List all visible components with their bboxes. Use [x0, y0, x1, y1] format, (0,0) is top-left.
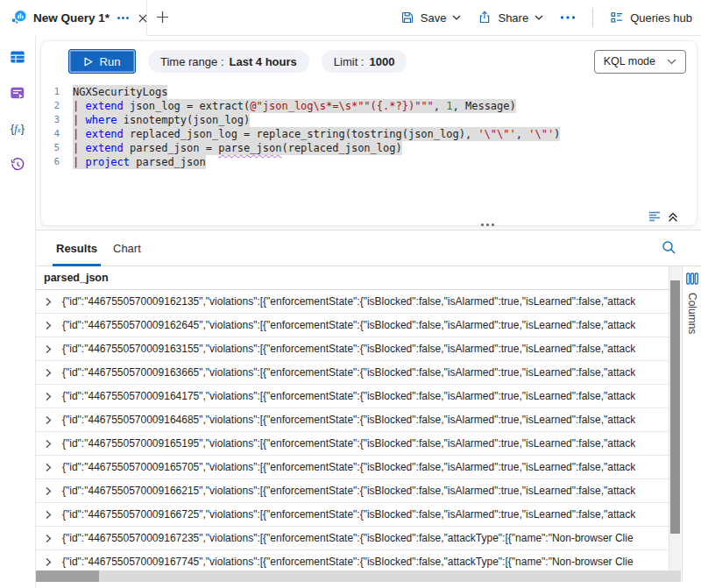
- functions-nav-button[interactable]: {fx}: [6, 117, 29, 140]
- more-options-button[interactable]: [560, 15, 576, 20]
- table-row[interactable]: {"id":"4467550570009167745","violations"…: [36, 550, 669, 570]
- queries-hub-label: Queries hub: [630, 11, 692, 25]
- grid-column-header[interactable]: parsed_json: [36, 266, 669, 290]
- row-json-text: {"id":"4467550570009163665","violations"…: [62, 366, 635, 379]
- table-row[interactable]: {"id":"4467550570009166725","violations"…: [36, 503, 669, 527]
- table-row[interactable]: {"id":"4467550570009164685","violations"…: [36, 408, 669, 432]
- saved-queries-icon: [10, 85, 25, 101]
- chevron-down-icon: [535, 15, 543, 20]
- limit-picker[interactable]: Limit : 1000: [322, 50, 407, 73]
- limit-label: Limit :: [334, 55, 365, 68]
- table-row[interactable]: {"id":"4467550570009164175","violations"…: [36, 385, 669, 408]
- row-json-text: {"id":"4467550570009162645","violations"…: [62, 319, 635, 331]
- queries-hub-icon: [610, 11, 624, 25]
- code-token: |: [73, 100, 85, 112]
- query-toolbar: Run Time range : Last 4 hours Limit : 10…: [68, 49, 686, 74]
- adx-app-icon: [11, 10, 27, 26]
- code-token: extend: [85, 100, 123, 112]
- expand-row-icon[interactable]: [45, 486, 53, 496]
- save-icon: [400, 11, 414, 25]
- code-token: json_log = extract(: [124, 100, 251, 112]
- table-row[interactable]: {"id":"4467550570009166215","violations"…: [36, 479, 669, 503]
- vertical-scrollbar[interactable]: [669, 266, 681, 570]
- code-line: 5 | extend parsed_json = parse_json(repl…: [41, 141, 693, 155]
- save-button[interactable]: Save: [400, 11, 462, 25]
- expand-row-icon[interactable]: [45, 557, 53, 567]
- code-line: 3 | where isnotempty(json_log): [41, 113, 693, 127]
- tab-close-icon[interactable]: [138, 14, 147, 23]
- results-grid: {"id":"4467550570009162135","violations"…: [36, 290, 669, 570]
- query-mode-value: KQL mode: [604, 55, 655, 67]
- columns-panel-label[interactable]: Columns: [686, 293, 698, 334]
- expand-row-icon[interactable]: [45, 439, 53, 449]
- row-json-text: {"id":"4467550570009164685","violations"…: [62, 414, 635, 426]
- code-token: isnotempty(json_log): [117, 114, 251, 126]
- queries-hub-button[interactable]: Queries hub: [610, 11, 692, 25]
- code-token: ,: [434, 100, 446, 112]
- table-row[interactable]: {"id":"4467550570009163155","violations"…: [36, 337, 669, 361]
- line-number: 2: [41, 99, 73, 113]
- expand-row-icon[interactable]: [45, 321, 53, 330]
- query-mode-select[interactable]: KQL mode: [594, 50, 686, 74]
- table-row[interactable]: {"id":"4467550570009163665","violations"…: [36, 361, 669, 385]
- horizontal-scrollbar[interactable]: [36, 570, 681, 582]
- header-actions: Save Share: [400, 0, 692, 35]
- line-number: 5: [41, 141, 73, 155]
- code-text: NGXSecurityLogs: [73, 85, 167, 99]
- function-icon: {fx}: [11, 122, 25, 136]
- code-token: (replaced_json_log): [281, 142, 401, 154]
- expand-row-icon[interactable]: [45, 368, 53, 378]
- run-button[interactable]: Run: [68, 49, 136, 74]
- row-json-text: {"id":"4467550570009164175","violations"…: [62, 390, 635, 402]
- splitter-handle-icon[interactable]: [481, 223, 494, 226]
- horizontal-scrollbar-thumb[interactable]: [36, 570, 99, 582]
- columns-icon: [686, 273, 698, 285]
- code-token: project: [85, 156, 130, 168]
- table-icon: [10, 49, 25, 65]
- code-text: | extend replaced_json_log = replace_str…: [73, 127, 560, 141]
- expand-row-icon[interactable]: [45, 534, 53, 543]
- search-icon: [662, 240, 676, 255]
- expand-row-icon[interactable]: [45, 415, 53, 425]
- vertical-scrollbar-thumb[interactable]: [670, 280, 680, 534]
- new-tab-button[interactable]: [156, 11, 169, 24]
- row-json-text: {"id":"4467550570009167235","violations"…: [62, 532, 634, 544]
- query-format-button[interactable]: [648, 211, 662, 223]
- tables-nav-button[interactable]: [6, 46, 29, 68]
- history-nav-button[interactable]: [6, 153, 29, 176]
- expand-row-icon[interactable]: [45, 344, 53, 354]
- row-json-text: {"id":"4467550570009162135","violations"…: [62, 295, 635, 308]
- time-range-picker[interactable]: Time range : Last 4 hours: [148, 50, 309, 73]
- columns-toggle-button[interactable]: [686, 273, 698, 285]
- table-row[interactable]: {"id":"4467550570009167235","violations"…: [36, 527, 669, 550]
- expand-row-icon[interactable]: [45, 297, 53, 307]
- tab-more-icon[interactable]: [117, 17, 129, 19]
- app-window: New Query 1* Save: [0, 0, 701, 588]
- code-token: |: [73, 114, 85, 126]
- time-range-value: Last 4 hours: [230, 55, 297, 68]
- code-token: @"json_log\s*=\s*""({.*?})""": [250, 100, 434, 112]
- table-row[interactable]: {"id":"4467550570009165705","violations"…: [36, 456, 669, 479]
- tab-results[interactable]: Results: [53, 230, 101, 266]
- table-row[interactable]: {"id":"4467550570009162645","violations"…: [36, 314, 669, 337]
- code-token: NGXSecurityLogs: [73, 86, 167, 98]
- code-text: | project parsed_json: [73, 155, 206, 169]
- query-tab[interactable]: New Query 1*: [0, 0, 147, 36]
- search-results-button[interactable]: [662, 240, 676, 255]
- tab-chart[interactable]: Chart: [110, 230, 145, 266]
- collapse-editor-button[interactable]: [668, 212, 678, 223]
- left-sidebar: {fx}: [0, 36, 36, 588]
- expand-row-icon[interactable]: [45, 463, 53, 472]
- code-token: extend: [85, 128, 123, 140]
- share-button[interactable]: Share: [478, 11, 543, 25]
- expand-row-icon[interactable]: [45, 510, 53, 520]
- history-clock-icon: [10, 157, 25, 173]
- expand-row-icon[interactable]: [45, 392, 53, 401]
- table-row[interactable]: {"id":"4467550570009165195","violations"…: [36, 432, 669, 456]
- query-editor[interactable]: 1 NGXSecurityLogs 2 | extend json_log = …: [41, 85, 693, 202]
- row-json-text: {"id":"4467550570009166215","violations"…: [62, 485, 635, 497]
- table-row[interactable]: {"id":"4467550570009162135","violations"…: [36, 290, 669, 314]
- chevron-down-icon: [667, 59, 676, 65]
- row-json-text: {"id":"4467550570009167745","violations"…: [62, 556, 634, 568]
- saved-queries-nav-button[interactable]: [6, 81, 29, 104]
